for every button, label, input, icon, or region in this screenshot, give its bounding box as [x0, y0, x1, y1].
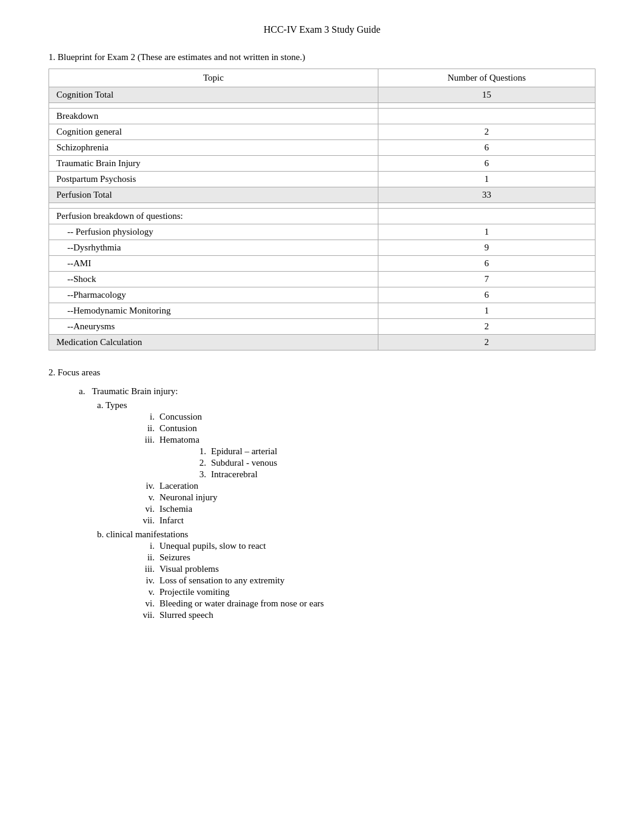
table-row: --Pharmacology6: [49, 287, 595, 303]
table-row: Traumatic Brain Injury6: [49, 156, 595, 172]
tbi-subitems: a. Typesi.Concussionii.Contusioniii.Hema…: [79, 400, 595, 620]
cell-topic: --Hemodynamic Monitoring: [49, 303, 378, 319]
page-title: HCC-IV Exam 3 Study Guide: [49, 24, 595, 35]
cell-count: 15: [378, 87, 595, 103]
cell-topic: Perfusion breakdown of questions:: [49, 209, 378, 224]
cell-topic: Cognition general: [49, 124, 378, 140]
sub-item: a. Typesi.Concussionii.Contusioniii.Hema…: [79, 400, 595, 526]
table-row: Postpartum Psychosis1: [49, 172, 595, 187]
cell-count: 33: [378, 187, 595, 203]
cell-count: 6: [378, 140, 595, 156]
cell-count: 2: [378, 335, 595, 350]
table-row: --Shock7: [49, 272, 595, 287]
sub-item-title: b. clinical manifestations: [97, 529, 595, 540]
table-row: Perfusion Total33: [49, 187, 595, 203]
cell-count: [378, 209, 595, 224]
cell-count: [378, 103, 595, 109]
roman-item: v.Projectile vomiting: [97, 587, 595, 597]
table-row: Perfusion breakdown of questions:: [49, 209, 595, 224]
table-row: Medication Calculation2: [49, 335, 595, 350]
cell-count: 7: [378, 272, 595, 287]
cell-topic: --Shock: [49, 272, 378, 287]
table-row: [49, 203, 595, 209]
cell-topic: Perfusion Total: [49, 187, 378, 203]
roman-item: iii.Visual problems: [97, 564, 595, 574]
cell-topic: [49, 203, 378, 209]
roman-item: vi.Bleeding or water drainage from nose …: [97, 599, 595, 609]
numeric-item: 3.Intracerebral: [97, 469, 595, 480]
cell-count: 6: [378, 156, 595, 172]
table-row: Cognition Total15: [49, 87, 595, 103]
cell-topic: --AMI: [49, 256, 378, 272]
cell-topic: Schizophrenia: [49, 140, 378, 156]
roman-item: ii.Contusion: [97, 423, 595, 434]
sub-item: b. clinical manifestationsi.Unequal pupi…: [79, 529, 595, 620]
cell-topic: --Pharmacology: [49, 287, 378, 303]
roman-item: iv.Laceration: [97, 481, 595, 491]
numeric-item: 2.Subdural - venous: [97, 458, 595, 468]
roman-item: iii.Hematoma: [97, 435, 595, 445]
roman-item: i.Unequal pupils, slow to react: [97, 541, 595, 551]
cell-count: 1: [378, 172, 595, 187]
cell-topic: Medication Calculation: [49, 335, 378, 350]
table-row: Cognition general2: [49, 124, 595, 140]
blueprint-table: Topic Number of Questions Cognition Tota…: [49, 69, 595, 350]
cell-count: 6: [378, 256, 595, 272]
section2-heading: 2. Focus areas: [49, 367, 595, 378]
section2: 2. Focus areas a. Traumatic Brain injury…: [49, 367, 595, 620]
table-row: --Dysrhythmia9: [49, 240, 595, 256]
section1-heading: 1. Blueprint for Exam 2 (These are estim…: [49, 52, 595, 62]
cell-topic: Traumatic Brain Injury: [49, 156, 378, 172]
table-row: --Aneurysms2: [49, 319, 595, 335]
section1: 1. Blueprint for Exam 2 (These are estim…: [49, 52, 595, 350]
cell-count: 1: [378, 303, 595, 319]
table-row: Schizophrenia6: [49, 140, 595, 156]
cell-count: 1: [378, 224, 595, 240]
numeric-item: 1.Epidural – arterial: [97, 446, 595, 457]
table-row: -- Perfusion physiology1: [49, 224, 595, 240]
col-topic: Topic: [49, 69, 378, 87]
cell-topic: Breakdown: [49, 109, 378, 124]
cell-count: 6: [378, 287, 595, 303]
table-row: --AMI6: [49, 256, 595, 272]
table-row: Breakdown: [49, 109, 595, 124]
col-questions: Number of Questions: [378, 69, 595, 87]
roman-item: i.Concussion: [97, 412, 595, 422]
cell-count: 2: [378, 319, 595, 335]
cell-count: 9: [378, 240, 595, 256]
cell-topic: --Aneurysms: [49, 319, 378, 335]
cell-topic: Postpartum Psychosis: [49, 172, 378, 187]
focus-area-a: a. Traumatic Brain injury: a. Typesi.Con…: [49, 386, 595, 620]
focus-area-a-label: a.: [79, 386, 92, 396]
sub-item-title: a. Types: [97, 400, 595, 411]
cell-count: [378, 109, 595, 124]
cell-topic: [49, 103, 378, 109]
focus-area-a-title: Traumatic Brain injury:: [92, 386, 178, 396]
roman-item: vii.Slurred speech: [97, 610, 595, 620]
table-row: [49, 103, 595, 109]
roman-item: vi.Ischemia: [97, 504, 595, 514]
roman-item: iv.Loss of sensation to any extremity: [97, 575, 595, 586]
table-row: --Hemodynamic Monitoring1: [49, 303, 595, 319]
cell-topic: --Dysrhythmia: [49, 240, 378, 256]
roman-item: v.Neuronal injury: [97, 492, 595, 503]
cell-count: 2: [378, 124, 595, 140]
cell-count: [378, 203, 595, 209]
roman-item: vii.Infarct: [97, 515, 595, 526]
cell-topic: Cognition Total: [49, 87, 378, 103]
roman-item: ii.Seizures: [97, 552, 595, 563]
cell-topic: -- Perfusion physiology: [49, 224, 378, 240]
